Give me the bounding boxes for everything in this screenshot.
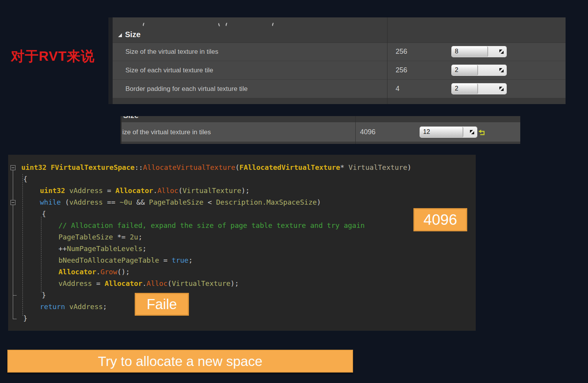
clipped-size-title: Size: [123, 116, 139, 120]
code-token: vAddress: [69, 198, 103, 206]
code-token: ): [407, 163, 411, 171]
clipped-text-remnant: [272, 22, 275, 26]
code-token: Alloc: [147, 279, 168, 287]
code-line: return vAddress;: [8, 301, 476, 313]
expanded-triangle-icon: [118, 33, 122, 37]
code-token: FVirtualTextureSpace: [51, 163, 135, 171]
code-token: Allocator: [115, 186, 153, 195]
property-value: 4096: [360, 128, 375, 136]
code-token: {: [23, 175, 27, 183]
code-token: PageTableSize: [149, 198, 204, 206]
code-line: ++NumPageTableLevels;: [8, 243, 476, 255]
code-token: vAddress: [69, 186, 103, 195]
code-token: return: [40, 303, 65, 311]
code-token: VirtualTexture: [183, 186, 242, 195]
code-token: uint32: [21, 163, 46, 171]
code-line: PageTableSize *= 2u;: [8, 231, 476, 243]
slide-canvas: 对于RVT来说 Size Size of the virtual texture…: [0, 0, 588, 383]
code-editor-snippet: uint32 FVirtualTextureSpace::AllocateVir…: [8, 155, 476, 331]
banner-try-allocate: Try to allocate a new space: [7, 350, 353, 373]
property-row[interactable]: Border padding for each virtual texture …: [113, 80, 566, 98]
code-line: }: [8, 313, 476, 324]
code-line: // Allocation failed, expand the size of…: [8, 220, 476, 231]
clipped-text-remnant: [218, 22, 221, 27]
clipped-row-above: [113, 17, 566, 27]
callout-4096: 4096: [413, 208, 467, 231]
size-section-title: Size: [125, 30, 141, 39]
code-token: AllocateVirtualTexture: [143, 163, 235, 171]
callout-4096-text: 4096: [423, 211, 457, 228]
property-label: Size of each virtual texture tile: [125, 67, 213, 74]
diagonal-drag-icon: [499, 87, 504, 91]
code-token: Allocator: [105, 279, 142, 287]
code-token: FAllocatedVirtualTexture: [240, 163, 340, 171]
callout-faile: Faile: [135, 293, 189, 316]
code-line: {: [8, 173, 476, 185]
code-token: ++: [58, 245, 67, 253]
reset-to-default-icon[interactable]: [478, 130, 485, 136]
clipped-section-header: Size: [122, 116, 520, 122]
vt-size-panel-2: Size ize of the virtual texture in tiles…: [120, 116, 520, 144]
numeric-spinbox[interactable]: 2: [452, 65, 506, 75]
code-token: <: [204, 198, 216, 206]
code-token: while: [40, 198, 61, 206]
code-token: =: [92, 279, 105, 287]
code-token: Description.MaxSpaceSize: [216, 198, 317, 206]
code-token: ;: [138, 233, 142, 241]
property-row[interactable]: Size of the virtual texture in tiles2568: [113, 43, 566, 61]
code-token: ;: [103, 303, 107, 311]
clipped-row-below: [113, 98, 566, 104]
code-token: &&: [132, 198, 149, 206]
clipped-text-remnant: [225, 22, 229, 26]
code-token: ::: [135, 163, 143, 171]
code-token: *=: [113, 233, 130, 241]
fold-minus-icon[interactable]: [10, 165, 15, 170]
code-token: bNeedToAllocatePageTable: [58, 256, 159, 264]
numeric-spinbox[interactable]: 8: [452, 46, 506, 57]
code-token: ;: [189, 256, 193, 264]
column-divider: [387, 17, 387, 104]
code-token: =: [103, 186, 116, 195]
code-token: {: [42, 210, 46, 218]
code-token: [65, 303, 69, 311]
property-label: ize of the virtual texture in tiles: [122, 128, 211, 136]
numeric-spinbox[interactable]: 2: [452, 84, 506, 94]
numeric-spinbox[interactable]: 12: [420, 127, 477, 137]
code-lines: uint32 FVirtualTextureSpace::AllocateVir…: [8, 162, 476, 324]
code-line: vAddress = Allocator.Alloc(VirtualTextur…: [8, 278, 476, 289]
property-label: Border padding for each virtual texture …: [125, 85, 248, 93]
annotation-chinese-note: 对于RVT来说: [11, 47, 94, 65]
spin-value: 2: [455, 85, 458, 92]
code-token: (: [168, 279, 172, 287]
code-token: [65, 186, 69, 195]
code-token: =: [159, 256, 172, 264]
diagonal-drag-icon: [499, 50, 504, 54]
clipped-text-remnant: [142, 22, 146, 26]
property-value: 256: [396, 48, 407, 56]
property-row[interactable]: ize of the virtual texture in tiles 4096…: [122, 122, 520, 142]
code-token: vAddress: [58, 279, 92, 287]
column-divider: [355, 116, 356, 144]
property-label: Size of the virtual texture in tiles: [125, 48, 218, 56]
panel-left-gutter: [108, 17, 113, 104]
code-token: ();: [117, 268, 130, 276]
diagonal-drag-icon: [499, 68, 504, 72]
code-token: (: [61, 198, 69, 206]
code-token: (: [235, 163, 240, 171]
spinbox-slot: 12: [420, 127, 477, 137]
code-token: Alloc: [157, 186, 178, 195]
property-value: 4: [396, 85, 399, 93]
code-token: VirtualTexture: [172, 279, 231, 287]
code-line: while (vAddress == ~0u && PageTableSize …: [8, 197, 476, 208]
code-token: vAddress: [69, 303, 103, 311]
banner-text: Try to allocate a new space: [98, 354, 262, 369]
size-section-header[interactable]: Size: [113, 27, 566, 43]
code-token: .: [96, 268, 101, 276]
property-row[interactable]: Size of each virtual texture tile2562: [113, 61, 566, 80]
code-token: [46, 163, 51, 171]
code-token: );: [230, 279, 239, 287]
code-token: 2u: [130, 233, 138, 241]
fold-minus-icon[interactable]: [10, 200, 15, 205]
code-token: ;: [142, 245, 147, 253]
code-token: .: [142, 279, 147, 287]
